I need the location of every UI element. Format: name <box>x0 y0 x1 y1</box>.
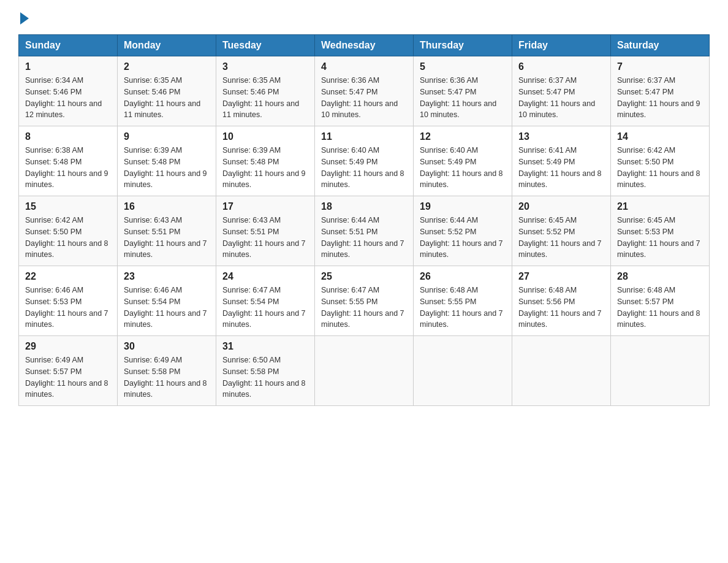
day-number: 30 <box>124 341 210 352</box>
day-info: Sunrise: 6:42 AM Sunset: 5:50 PM Dayligh… <box>617 145 703 191</box>
day-info: Sunrise: 6:50 AM Sunset: 5:58 PM Dayligh… <box>222 354 308 400</box>
calendar-cell: 27 Sunrise: 6:48 AM Sunset: 5:56 PM Dayl… <box>512 266 611 336</box>
day-info: Sunrise: 6:35 AM Sunset: 5:46 PM Dayligh… <box>124 75 210 121</box>
day-number: 24 <box>222 271 308 282</box>
calendar-cell: 8 Sunrise: 6:38 AM Sunset: 5:48 PM Dayli… <box>19 126 118 196</box>
calendar-cell: 28 Sunrise: 6:48 AM Sunset: 5:57 PM Dayl… <box>611 266 710 336</box>
calendar-cell: 9 Sunrise: 6:39 AM Sunset: 5:48 PM Dayli… <box>118 126 216 196</box>
calendar-cell: 23 Sunrise: 6:46 AM Sunset: 5:54 PM Dayl… <box>118 266 216 336</box>
calendar-header-sunday: Sunday <box>19 35 118 56</box>
day-info: Sunrise: 6:43 AM Sunset: 5:51 PM Dayligh… <box>222 215 308 261</box>
day-number: 4 <box>321 61 407 72</box>
calendar-cell: 14 Sunrise: 6:42 AM Sunset: 5:50 PM Dayl… <box>611 126 710 196</box>
calendar-cell: 1 Sunrise: 6:34 AM Sunset: 5:46 PM Dayli… <box>19 56 118 126</box>
calendar-week-row: 8 Sunrise: 6:38 AM Sunset: 5:48 PM Dayli… <box>19 126 710 196</box>
calendar-cell: 13 Sunrise: 6:41 AM Sunset: 5:49 PM Dayl… <box>512 126 611 196</box>
calendar-cell: 10 Sunrise: 6:39 AM Sunset: 5:48 PM Dayl… <box>216 126 315 196</box>
calendar-table: SundayMondayTuesdayWednesdayThursdayFrid… <box>18 34 710 406</box>
day-info: Sunrise: 6:46 AM Sunset: 5:53 PM Dayligh… <box>25 285 111 331</box>
calendar-header-tuesday: Tuesday <box>216 35 315 56</box>
calendar-header-monday: Monday <box>118 35 216 56</box>
day-info: Sunrise: 6:43 AM Sunset: 5:51 PM Dayligh… <box>124 215 210 261</box>
day-number: 9 <box>124 131 210 142</box>
day-info: Sunrise: 6:49 AM Sunset: 5:58 PM Dayligh… <box>124 354 210 400</box>
day-number: 31 <box>222 341 308 352</box>
calendar-cell: 30 Sunrise: 6:49 AM Sunset: 5:58 PM Dayl… <box>118 336 216 406</box>
day-info: Sunrise: 6:35 AM Sunset: 5:46 PM Dayligh… <box>222 75 308 121</box>
day-number: 5 <box>420 61 506 72</box>
calendar-cell: 22 Sunrise: 6:46 AM Sunset: 5:53 PM Dayl… <box>19 266 118 336</box>
day-info: Sunrise: 6:44 AM Sunset: 5:52 PM Dayligh… <box>420 215 506 261</box>
calendar-cell: 7 Sunrise: 6:37 AM Sunset: 5:47 PM Dayli… <box>611 56 710 126</box>
calendar-cell: 29 Sunrise: 6:49 AM Sunset: 5:57 PM Dayl… <box>19 336 118 406</box>
calendar-cell: 25 Sunrise: 6:47 AM Sunset: 5:55 PM Dayl… <box>315 266 414 336</box>
day-number: 17 <box>222 201 308 212</box>
day-number: 27 <box>518 271 604 282</box>
day-number: 19 <box>420 201 506 212</box>
day-number: 23 <box>124 271 210 282</box>
calendar-cell <box>512 336 611 406</box>
day-info: Sunrise: 6:48 AM Sunset: 5:56 PM Dayligh… <box>518 285 604 331</box>
day-number: 8 <box>25 131 111 142</box>
day-number: 11 <box>321 131 407 142</box>
day-info: Sunrise: 6:36 AM Sunset: 5:47 PM Dayligh… <box>321 75 407 121</box>
day-info: Sunrise: 6:42 AM Sunset: 5:50 PM Dayligh… <box>25 215 111 261</box>
calendar-cell: 12 Sunrise: 6:40 AM Sunset: 5:49 PM Dayl… <box>414 126 512 196</box>
calendar-cell: 19 Sunrise: 6:44 AM Sunset: 5:52 PM Dayl… <box>414 196 512 266</box>
day-info: Sunrise: 6:34 AM Sunset: 5:46 PM Dayligh… <box>25 75 111 121</box>
day-number: 3 <box>222 61 308 72</box>
calendar-cell: 4 Sunrise: 6:36 AM Sunset: 5:47 PM Dayli… <box>315 56 414 126</box>
day-number: 2 <box>124 61 210 72</box>
day-number: 12 <box>420 131 506 142</box>
day-info: Sunrise: 6:40 AM Sunset: 5:49 PM Dayligh… <box>321 145 407 191</box>
calendar-cell: 21 Sunrise: 6:45 AM Sunset: 5:53 PM Dayl… <box>611 196 710 266</box>
day-number: 29 <box>25 341 111 352</box>
day-info: Sunrise: 6:39 AM Sunset: 5:48 PM Dayligh… <box>124 145 210 191</box>
day-number: 15 <box>25 201 111 212</box>
calendar-cell: 16 Sunrise: 6:43 AM Sunset: 5:51 PM Dayl… <box>118 196 216 266</box>
day-info: Sunrise: 6:47 AM Sunset: 5:54 PM Dayligh… <box>222 285 308 331</box>
calendar-cell: 6 Sunrise: 6:37 AM Sunset: 5:47 PM Dayli… <box>512 56 611 126</box>
calendar-cell: 18 Sunrise: 6:44 AM Sunset: 5:51 PM Dayl… <box>315 196 414 266</box>
day-number: 21 <box>617 201 703 212</box>
calendar-week-row: 15 Sunrise: 6:42 AM Sunset: 5:50 PM Dayl… <box>19 196 710 266</box>
day-number: 22 <box>25 271 111 282</box>
day-info: Sunrise: 6:47 AM Sunset: 5:55 PM Dayligh… <box>321 285 407 331</box>
logo <box>18 12 31 22</box>
day-info: Sunrise: 6:48 AM Sunset: 5:57 PM Dayligh… <box>617 285 703 331</box>
calendar-cell: 20 Sunrise: 6:45 AM Sunset: 5:52 PM Dayl… <box>512 196 611 266</box>
day-number: 16 <box>124 201 210 212</box>
calendar-week-row: 29 Sunrise: 6:49 AM Sunset: 5:57 PM Dayl… <box>19 336 710 406</box>
calendar-week-row: 1 Sunrise: 6:34 AM Sunset: 5:46 PM Dayli… <box>19 56 710 126</box>
page-header <box>18 12 710 22</box>
day-number: 7 <box>617 61 703 72</box>
calendar-cell: 5 Sunrise: 6:36 AM Sunset: 5:47 PM Dayli… <box>414 56 512 126</box>
day-info: Sunrise: 6:49 AM Sunset: 5:57 PM Dayligh… <box>25 354 111 400</box>
day-info: Sunrise: 6:45 AM Sunset: 5:53 PM Dayligh… <box>617 215 703 261</box>
day-number: 28 <box>617 271 703 282</box>
calendar-cell: 31 Sunrise: 6:50 AM Sunset: 5:58 PM Dayl… <box>216 336 315 406</box>
calendar-cell: 17 Sunrise: 6:43 AM Sunset: 5:51 PM Dayl… <box>216 196 315 266</box>
day-number: 20 <box>518 201 604 212</box>
day-number: 26 <box>420 271 506 282</box>
calendar-cell: 3 Sunrise: 6:35 AM Sunset: 5:46 PM Dayli… <box>216 56 315 126</box>
calendar-header-thursday: Thursday <box>414 35 512 56</box>
day-number: 18 <box>321 201 407 212</box>
logo-arrow-icon <box>20 12 29 25</box>
day-info: Sunrise: 6:37 AM Sunset: 5:47 PM Dayligh… <box>518 75 604 121</box>
calendar-cell: 24 Sunrise: 6:47 AM Sunset: 5:54 PM Dayl… <box>216 266 315 336</box>
day-info: Sunrise: 6:44 AM Sunset: 5:51 PM Dayligh… <box>321 215 407 261</box>
day-info: Sunrise: 6:39 AM Sunset: 5:48 PM Dayligh… <box>222 145 308 191</box>
day-number: 25 <box>321 271 407 282</box>
calendar-header-row: SundayMondayTuesdayWednesdayThursdayFrid… <box>19 35 710 56</box>
calendar-cell: 26 Sunrise: 6:48 AM Sunset: 5:55 PM Dayl… <box>414 266 512 336</box>
calendar-cell: 15 Sunrise: 6:42 AM Sunset: 5:50 PM Dayl… <box>19 196 118 266</box>
day-number: 14 <box>617 131 703 142</box>
calendar-header-saturday: Saturday <box>611 35 710 56</box>
day-info: Sunrise: 6:45 AM Sunset: 5:52 PM Dayligh… <box>518 215 604 261</box>
calendar-header-wednesday: Wednesday <box>315 35 414 56</box>
calendar-header-friday: Friday <box>512 35 611 56</box>
day-info: Sunrise: 6:40 AM Sunset: 5:49 PM Dayligh… <box>420 145 506 191</box>
calendar-cell <box>611 336 710 406</box>
day-info: Sunrise: 6:46 AM Sunset: 5:54 PM Dayligh… <box>124 285 210 331</box>
